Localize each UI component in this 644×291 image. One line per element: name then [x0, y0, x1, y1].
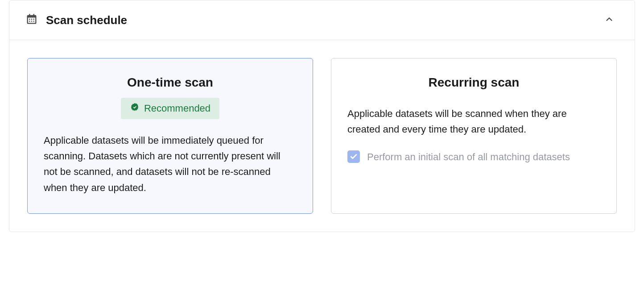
- check-seal-icon: [130, 102, 140, 115]
- option-onetime-title: One-time scan: [44, 75, 297, 90]
- badge-row: Recommended: [44, 98, 297, 119]
- option-recurring-description: Applicable datasets will be scanned when…: [347, 106, 600, 137]
- option-recurring-title: Recurring scan: [347, 75, 600, 90]
- initial-scan-checkbox[interactable]: [347, 150, 360, 163]
- recommended-badge-label: Recommended: [144, 103, 211, 114]
- section-title: Scan schedule: [46, 13, 127, 27]
- calendar-icon: [25, 13, 38, 27]
- option-onetime-scan[interactable]: One-time scan Recommended Applicable dat…: [27, 58, 313, 214]
- recommended-badge: Recommended: [121, 98, 219, 119]
- check-icon: [350, 153, 358, 161]
- option-onetime-description: Applicable datasets will be immediately …: [44, 133, 297, 195]
- initial-scan-checkbox-row[interactable]: Perform an initial scan of all matching …: [347, 150, 600, 165]
- section-body: One-time scan Recommended Applicable dat…: [9, 40, 635, 232]
- scan-schedule-section: Scan schedule One-time scan Recommended: [9, 0, 635, 232]
- initial-scan-checkbox-label: Perform an initial scan of all matching …: [367, 150, 570, 165]
- section-header[interactable]: Scan schedule: [9, 0, 635, 40]
- option-recurring-scan[interactable]: Recurring scan Applicable datasets will …: [331, 58, 617, 214]
- chevron-up-icon[interactable]: [604, 14, 614, 26]
